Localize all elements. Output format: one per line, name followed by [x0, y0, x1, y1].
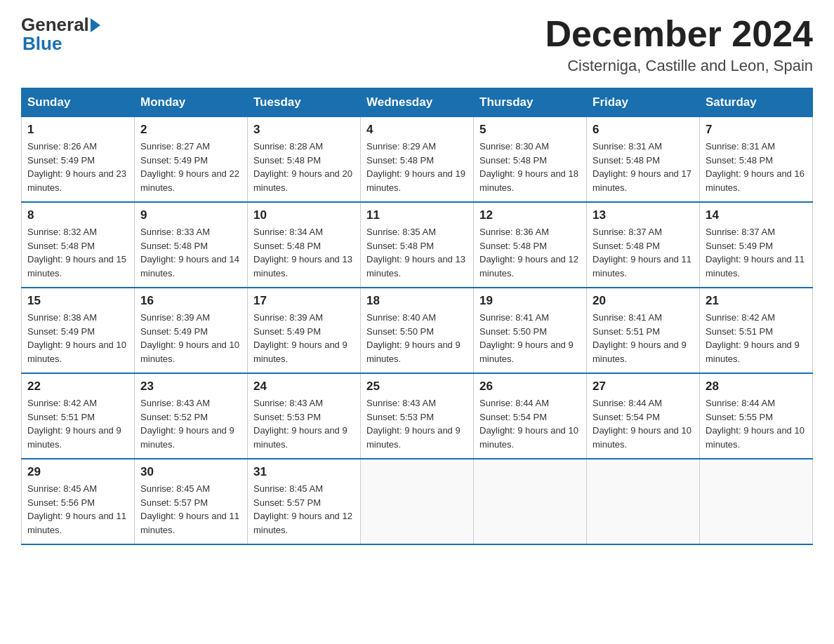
- day-info: Sunrise: 8:45 AMSunset: 5:57 PMDaylight:…: [253, 482, 355, 537]
- calendar-cell: 31Sunrise: 8:45 AMSunset: 5:57 PMDayligh…: [248, 459, 361, 544]
- day-number: 6: [593, 123, 694, 137]
- calendar-cell: 23Sunrise: 8:43 AMSunset: 5:52 PMDayligh…: [135, 373, 248, 459]
- day-number: 19: [479, 294, 581, 308]
- header-sunday: Sunday: [22, 88, 135, 117]
- day-info: Sunrise: 8:45 AMSunset: 5:56 PMDaylight:…: [27, 482, 128, 537]
- calendar-cell: 13Sunrise: 8:37 AMSunset: 5:48 PMDayligh…: [587, 202, 700, 288]
- day-number: 23: [140, 380, 241, 394]
- calendar-cell: 5Sunrise: 8:30 AMSunset: 5:48 PMDaylight…: [474, 117, 587, 203]
- logo-triangle-icon: [91, 18, 100, 32]
- day-number: 5: [479, 123, 581, 137]
- day-info: Sunrise: 8:39 AMSunset: 5:49 PMDaylight:…: [140, 311, 241, 365]
- day-info: Sunrise: 8:44 AMSunset: 5:54 PMDaylight:…: [479, 396, 581, 451]
- day-info: Sunrise: 8:29 AMSunset: 5:48 PMDaylight:…: [366, 140, 468, 194]
- header-monday: Monday: [135, 88, 248, 117]
- day-number: 30: [140, 465, 241, 479]
- calendar-cell: [587, 459, 700, 544]
- day-info: Sunrise: 8:26 AMSunset: 5:49 PMDaylight:…: [27, 140, 128, 194]
- day-number: 29: [27, 465, 128, 479]
- calendar-header: SundayMondayTuesdayWednesdayThursdayFrid…: [22, 88, 813, 117]
- day-number: 28: [706, 380, 807, 394]
- day-info: Sunrise: 8:42 AMSunset: 5:51 PMDaylight:…: [27, 396, 128, 451]
- calendar-cell: 17Sunrise: 8:39 AMSunset: 5:49 PMDayligh…: [248, 288, 361, 373]
- day-info: Sunrise: 8:43 AMSunset: 5:53 PMDaylight:…: [366, 396, 468, 451]
- day-info: Sunrise: 8:38 AMSunset: 5:49 PMDaylight:…: [27, 311, 128, 365]
- calendar-cell: [474, 459, 587, 544]
- day-info: Sunrise: 8:41 AMSunset: 5:51 PMDaylight:…: [593, 311, 694, 365]
- calendar-cell: 18Sunrise: 8:40 AMSunset: 5:50 PMDayligh…: [361, 288, 474, 373]
- day-info: Sunrise: 8:27 AMSunset: 5:49 PMDaylight:…: [140, 140, 241, 194]
- day-info: Sunrise: 8:42 AMSunset: 5:51 PMDaylight:…: [706, 311, 807, 365]
- calendar-cell: 14Sunrise: 8:37 AMSunset: 5:49 PMDayligh…: [700, 202, 813, 288]
- day-number: 7: [706, 123, 807, 137]
- header-thursday: Thursday: [474, 88, 587, 117]
- calendar-cell: 27Sunrise: 8:44 AMSunset: 5:54 PMDayligh…: [587, 373, 700, 459]
- week-row-4: 22Sunrise: 8:42 AMSunset: 5:51 PMDayligh…: [22, 373, 813, 459]
- day-info: Sunrise: 8:35 AMSunset: 5:48 PMDaylight:…: [366, 225, 468, 280]
- day-number: 15: [27, 294, 128, 308]
- day-info: Sunrise: 8:30 AMSunset: 5:48 PMDaylight:…: [479, 140, 581, 194]
- calendar-cell: 22Sunrise: 8:42 AMSunset: 5:51 PMDayligh…: [22, 373, 135, 459]
- day-info: Sunrise: 8:44 AMSunset: 5:55 PMDaylight:…: [706, 396, 807, 451]
- calendar-cell: 25Sunrise: 8:43 AMSunset: 5:53 PMDayligh…: [361, 373, 474, 459]
- calendar-cell: 9Sunrise: 8:33 AMSunset: 5:48 PMDaylight…: [135, 202, 248, 288]
- day-number: 1: [27, 123, 128, 137]
- logo-blue-text: Blue: [22, 33, 62, 54]
- day-number: 20: [593, 294, 694, 308]
- day-info: Sunrise: 8:45 AMSunset: 5:57 PMDaylight:…: [140, 482, 241, 537]
- day-number: 11: [366, 208, 468, 222]
- day-info: Sunrise: 8:39 AMSunset: 5:49 PMDaylight:…: [253, 311, 355, 365]
- day-number: 22: [27, 380, 128, 394]
- calendar-cell: 16Sunrise: 8:39 AMSunset: 5:49 PMDayligh…: [135, 288, 248, 373]
- calendar-cell: 24Sunrise: 8:43 AMSunset: 5:53 PMDayligh…: [248, 373, 361, 459]
- day-number: 16: [140, 294, 241, 308]
- day-number: 4: [366, 123, 468, 137]
- calendar-cell: 29Sunrise: 8:45 AMSunset: 5:56 PMDayligh…: [22, 459, 135, 544]
- day-info: Sunrise: 8:32 AMSunset: 5:48 PMDaylight:…: [27, 225, 128, 280]
- header-tuesday: Tuesday: [248, 88, 361, 117]
- calendar-cell: 4Sunrise: 8:29 AMSunset: 5:48 PMDaylight…: [361, 117, 474, 203]
- calendar-cell: 30Sunrise: 8:45 AMSunset: 5:57 PMDayligh…: [135, 459, 248, 544]
- day-info: Sunrise: 8:36 AMSunset: 5:48 PMDaylight:…: [479, 225, 581, 280]
- day-number: 25: [366, 380, 468, 394]
- day-number: 21: [706, 294, 807, 308]
- day-number: 24: [253, 380, 355, 394]
- week-row-1: 1Sunrise: 8:26 AMSunset: 5:49 PMDaylight…: [22, 117, 813, 203]
- day-number: 14: [706, 208, 807, 222]
- calendar-cell: 20Sunrise: 8:41 AMSunset: 5:51 PMDayligh…: [587, 288, 700, 373]
- day-info: Sunrise: 8:40 AMSunset: 5:50 PMDaylight:…: [366, 311, 468, 365]
- calendar-cell: 19Sunrise: 8:41 AMSunset: 5:50 PMDayligh…: [474, 288, 587, 373]
- calendar-cell: 15Sunrise: 8:38 AMSunset: 5:49 PMDayligh…: [22, 288, 135, 373]
- calendar-cell: 28Sunrise: 8:44 AMSunset: 5:55 PMDayligh…: [700, 373, 813, 459]
- day-info: Sunrise: 8:43 AMSunset: 5:53 PMDaylight:…: [253, 396, 355, 451]
- day-number: 8: [27, 208, 128, 222]
- day-number: 17: [253, 294, 355, 308]
- day-info: Sunrise: 8:34 AMSunset: 5:48 PMDaylight:…: [253, 225, 355, 280]
- day-info: Sunrise: 8:37 AMSunset: 5:49 PMDaylight:…: [706, 225, 807, 280]
- day-number: 3: [253, 123, 355, 137]
- calendar-cell: 2Sunrise: 8:27 AMSunset: 5:49 PMDaylight…: [135, 117, 248, 203]
- day-number: 10: [253, 208, 355, 222]
- calendar-cell: 8Sunrise: 8:32 AMSunset: 5:48 PMDaylight…: [22, 202, 135, 288]
- day-number: 31: [253, 465, 355, 479]
- calendar-body: 1Sunrise: 8:26 AMSunset: 5:49 PMDaylight…: [22, 117, 813, 545]
- day-info: Sunrise: 8:44 AMSunset: 5:54 PMDaylight:…: [593, 396, 694, 451]
- page-header: General Blue December 2024 Cisterniga, C…: [21, 14, 813, 75]
- week-row-3: 15Sunrise: 8:38 AMSunset: 5:49 PMDayligh…: [22, 288, 813, 373]
- day-number: 12: [479, 208, 581, 222]
- day-info: Sunrise: 8:31 AMSunset: 5:48 PMDaylight:…: [706, 140, 807, 194]
- day-info: Sunrise: 8:31 AMSunset: 5:48 PMDaylight:…: [593, 140, 694, 194]
- day-number: 27: [593, 380, 694, 394]
- location-title: Cisterniga, Castille and Leon, Spain: [545, 57, 813, 75]
- calendar-cell: 10Sunrise: 8:34 AMSunset: 5:48 PMDayligh…: [248, 202, 361, 288]
- header-wednesday: Wednesday: [361, 88, 474, 117]
- header-friday: Friday: [587, 88, 700, 117]
- calendar-cell: 6Sunrise: 8:31 AMSunset: 5:48 PMDaylight…: [587, 117, 700, 203]
- week-row-5: 29Sunrise: 8:45 AMSunset: 5:56 PMDayligh…: [22, 459, 813, 544]
- header-saturday: Saturday: [700, 88, 813, 117]
- day-info: Sunrise: 8:41 AMSunset: 5:50 PMDaylight:…: [479, 311, 581, 365]
- calendar-cell: 26Sunrise: 8:44 AMSunset: 5:54 PMDayligh…: [474, 373, 587, 459]
- calendar-cell: 7Sunrise: 8:31 AMSunset: 5:48 PMDaylight…: [700, 117, 813, 203]
- calendar-cell: 3Sunrise: 8:28 AMSunset: 5:48 PMDaylight…: [248, 117, 361, 203]
- day-number: 2: [140, 123, 241, 137]
